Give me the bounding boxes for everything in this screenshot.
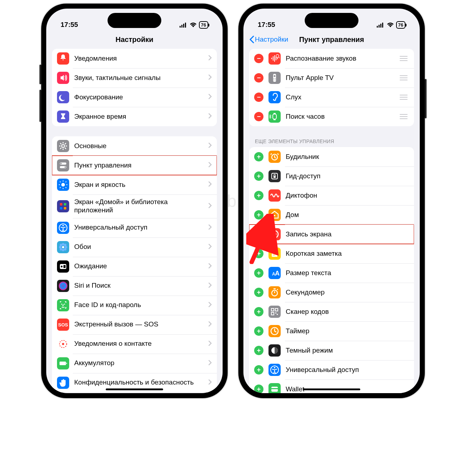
chevron-right-icon [208,162,212,169]
svg-point-30 [64,303,65,305]
row-label: Размер текста [286,269,409,277]
home-indicator[interactable] [106,388,163,390]
svg-point-51 [275,80,276,80]
control-row: + AA Размер текста [249,263,414,283]
faceid-icon [57,299,69,311]
add-button[interactable]: + [254,152,263,161]
svg-rect-65 [271,312,274,315]
add-button[interactable]: + [254,210,263,220]
control-row: + Запись экрана [249,225,414,244]
sos-icon: SOS [57,319,69,331]
row-label: Будильник [286,153,409,161]
control-row: + Дом [249,205,414,225]
drag-handle-icon[interactable] [398,95,409,100]
svg-rect-38 [380,24,381,28]
svg-point-17 [62,243,65,245]
svg-rect-34 [60,362,66,365]
add-button[interactable]: + [254,288,263,297]
chevron-right-icon [208,74,212,81]
row-label: Секундомер [286,288,409,297]
nav-bar: Настройки [46,30,223,49]
wallet-icon [268,383,281,393]
row-label: Таймер [286,327,409,335]
settings-row[interactable]: Фокусирование [52,88,217,107]
row-label: Звуки, тактильные сигналы [74,74,208,82]
settings-row[interactable]: Face ID и код-пароль [52,296,217,315]
control-center-content[interactable]: − Распознавание звуков − Пульт Apple TV … [243,49,420,393]
svg-point-20 [65,246,67,248]
dynamic-island [305,13,358,28]
wifi-icon [387,23,394,28]
chevron-right-icon [208,181,212,188]
settings-row[interactable]: Экранное время [52,107,217,126]
chevron-left-icon [249,36,254,43]
add-button[interactable]: + [254,230,263,239]
add-button[interactable]: + [254,385,263,393]
settings-row[interactable]: Аккумулятор [52,354,217,373]
settings-row[interactable]: Уведомления о контакте [52,334,217,354]
settings-group-2: Основные Пункт управления Экран и яркост… [52,136,217,392]
add-button[interactable]: + [254,268,263,278]
svg-point-18 [62,249,65,251]
drag-handle-icon[interactable] [398,56,409,61]
chevron-right-icon [208,94,212,101]
add-button[interactable]: + [254,191,263,200]
home-indicator[interactable] [303,388,360,390]
svg-point-45 [276,55,279,57]
add-button[interactable]: + [254,307,263,316]
settings-row[interactable]: Пункт управления [52,156,217,175]
row-label: Ожидание [74,262,208,270]
settings-row[interactable]: Универсальный доступ [52,218,217,237]
settings-content[interactable]: Уведомления Звуки, тактильные сигналы Фо… [46,49,223,393]
row-label: Дом [286,211,409,219]
svg-rect-0 [180,26,181,28]
remove-button[interactable]: − [254,93,263,102]
svg-point-33 [62,343,64,345]
drag-handle-icon[interactable] [398,114,409,119]
row-label: Короткая заметка [286,250,409,258]
more-controls-group: + Будильник + Гид-доступ + Диктофон + До… [249,147,414,393]
row-label: Фокусирование [74,93,208,102]
drag-handle-icon[interactable] [398,75,409,80]
add-button[interactable]: + [254,326,263,336]
svg-rect-46 [273,74,276,82]
add-button[interactable]: + [254,365,263,374]
svg-rect-55 [274,176,276,178]
add-button[interactable]: + [254,171,263,181]
settings-row[interactable]: Обои [52,237,217,257]
control-row: + Темный режим [249,341,414,360]
control-row: + Диктофон [249,186,414,205]
hourglass-icon [57,110,69,123]
lock-icon [268,170,281,182]
remove-button[interactable]: − [254,54,263,63]
row-label: Экран «Домой» и библиотека приложений [74,198,208,215]
svg-point-19 [59,246,62,248]
settings-row[interactable]: Уведомления [52,49,217,68]
settings-row[interactable]: Ожидание [52,257,217,276]
settings-row[interactable]: SOS Экстренный вызов — SOS [52,315,217,334]
phone-frame-right: 17:55 76 Настройки Пункт управления − Ра… [238,4,425,398]
watchping-icon [268,110,281,123]
timer-icon [268,325,281,337]
chevron-right-icon [208,224,212,231]
qr-icon [268,306,281,318]
add-button[interactable]: + [254,346,263,355]
back-button[interactable]: Настройки [249,36,288,43]
settings-row[interactable]: Основные [52,136,217,156]
settings-row[interactable]: Экран и яркость [52,175,217,194]
control-row: + Wallet [249,380,414,393]
control-row: + Универсальный доступ [249,360,414,380]
settings-row[interactable]: Звуки, тактильные сигналы [52,68,217,88]
row-label: Темный режим [286,347,409,355]
battery-icon: 76 [396,21,405,29]
settings-row[interactable]: Siri и Поиск [52,276,217,296]
svg-rect-64 [275,308,278,311]
screen-right: 17:55 76 Настройки Пункт управления − Ра… [243,9,420,393]
row-label: Универсальный доступ [74,223,208,232]
remove-button[interactable]: − [254,112,263,121]
svg-rect-27 [63,265,66,268]
settings-row[interactable]: Экран «Домой» и библиотека приложений [52,194,217,218]
remove-button[interactable]: − [254,73,263,83]
svg-point-48 [274,78,274,79]
add-button[interactable]: + [254,249,263,258]
